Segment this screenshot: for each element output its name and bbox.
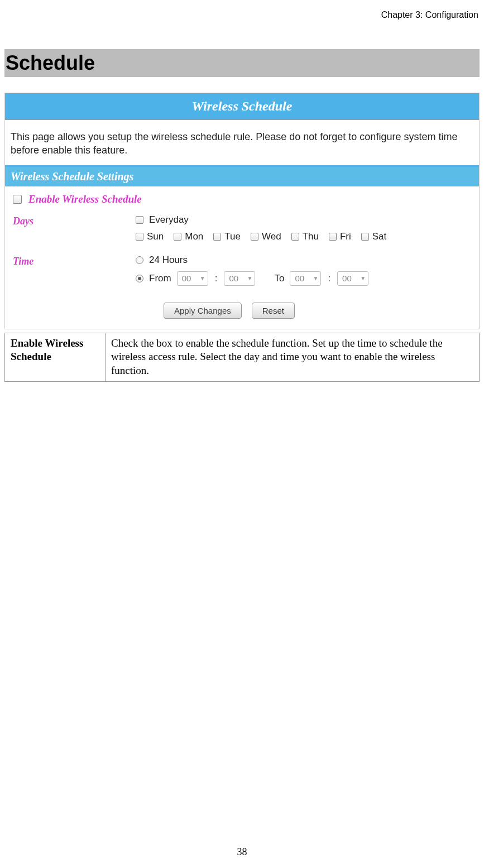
- chevron-down-icon: ▼: [313, 275, 318, 281]
- desc-value: Check the box to enable the schedule fun…: [106, 333, 480, 381]
- day-sat-label: Sat: [372, 231, 387, 242]
- reset-button[interactable]: Reset: [252, 303, 295, 319]
- everyday-checkbox[interactable]: [136, 216, 143, 224]
- description-table: Enable Wireless Schedule Check the box t…: [4, 333, 480, 382]
- day-thu-checkbox[interactable]: [291, 233, 299, 241]
- day-sat-checkbox[interactable]: [361, 233, 369, 241]
- panel-title: Wireless Schedule: [5, 93, 479, 120]
- from-min-select[interactable]: 00 ▼: [224, 271, 255, 286]
- enable-wireless-schedule-label: Enable Wireless Schedule: [28, 193, 142, 205]
- time-label: Time: [13, 255, 136, 267]
- page-number: 38: [0, 846, 484, 858]
- desc-key: Enable Wireless Schedule: [5, 333, 106, 381]
- time-colon: :: [215, 273, 218, 284]
- twentyfour-hours-radio[interactable]: [136, 256, 143, 264]
- from-hour-select[interactable]: 00 ▼: [177, 271, 208, 286]
- to-label: To: [274, 273, 284, 284]
- to-hour-value: 00: [295, 274, 309, 283]
- apply-changes-button[interactable]: Apply Changes: [164, 303, 242, 319]
- chevron-down-icon: ▼: [200, 275, 205, 281]
- chapter-header: Chapter 3: Configuration: [0, 0, 484, 20]
- config-panel: Wireless Schedule This page allows you s…: [4, 93, 480, 329]
- chevron-down-icon: ▼: [360, 275, 366, 281]
- day-sun-label: Sun: [147, 231, 164, 242]
- settings-section-header: Wireless Schedule Settings: [5, 167, 479, 186]
- days-label: Days: [13, 214, 136, 227]
- from-hour-value: 00: [182, 274, 197, 283]
- everyday-label: Everyday: [149, 214, 189, 226]
- day-thu-label: Thu: [303, 231, 319, 242]
- enable-wireless-schedule-checkbox[interactable]: [13, 195, 22, 204]
- day-mon-label: Mon: [185, 231, 203, 242]
- day-tue-checkbox[interactable]: [213, 233, 221, 241]
- day-fri-label: Fri: [340, 231, 351, 242]
- time-range-radio[interactable]: [136, 275, 143, 282]
- from-label: From: [149, 273, 171, 284]
- to-min-select[interactable]: 00 ▼: [337, 271, 368, 286]
- twentyfour-hours-label: 24 Hours: [149, 255, 188, 266]
- chevron-down-icon: ▼: [247, 275, 253, 281]
- day-mon-checkbox[interactable]: [174, 233, 181, 241]
- day-fri-checkbox[interactable]: [329, 233, 337, 241]
- to-min-value: 00: [342, 274, 357, 283]
- day-tue-label: Tue: [224, 231, 241, 242]
- day-wed-label: Wed: [262, 231, 281, 242]
- time-colon: :: [328, 273, 330, 284]
- from-min-value: 00: [229, 274, 243, 283]
- settings-body: Enable Wireless Schedule Days Everyday S…: [5, 186, 479, 329]
- section-title: Schedule: [4, 49, 480, 77]
- to-hour-select[interactable]: 00 ▼: [290, 271, 321, 286]
- day-sun-checkbox[interactable]: [136, 233, 143, 241]
- day-wed-checkbox[interactable]: [251, 233, 258, 241]
- panel-description: This page allows you setup the wireless …: [5, 120, 479, 165]
